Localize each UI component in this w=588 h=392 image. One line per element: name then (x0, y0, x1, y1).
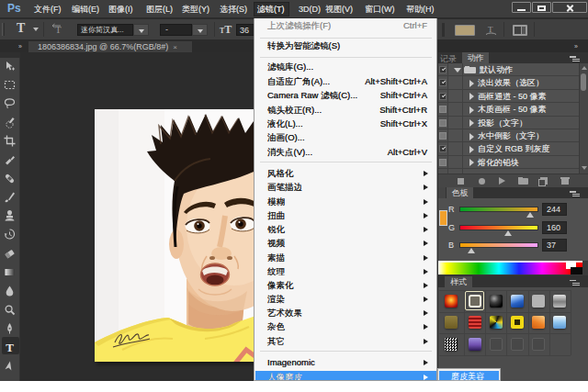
svg-text:T: T (488, 25, 493, 34)
svg-text:T: T (6, 342, 14, 353)
